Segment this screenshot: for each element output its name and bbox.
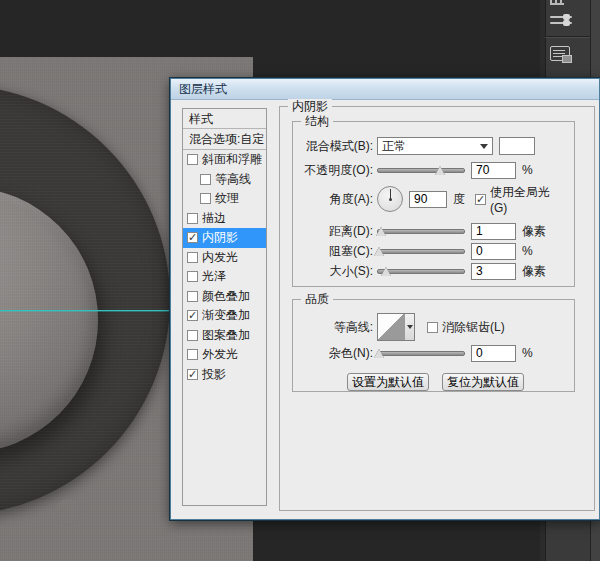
distance-label: 距离(D): — [293, 223, 373, 240]
choke-slider[interactable] — [377, 249, 465, 254]
opacity-slider[interactable] — [377, 168, 465, 173]
angle-unit: 度 — [453, 191, 465, 208]
opacity-label: 不透明度(O): — [293, 162, 373, 179]
styles-header: 样式 — [183, 109, 266, 129]
photoshop-workspace: 图层样式 样式 混合选项:自定 斜面和浮雕 等高线 纹理 描边 — [0, 0, 600, 561]
sidebar-item-outer-glow[interactable]: 外发光 — [183, 345, 266, 365]
size-slider-thumb[interactable] — [381, 267, 391, 276]
sidebar-item-label: 斜面和浮雕 — [202, 151, 262, 168]
blend-mode-select[interactable]: 正常 — [377, 137, 493, 155]
drop-shadow-checkbox[interactable] — [187, 369, 198, 380]
bevel-emboss-checkbox[interactable] — [187, 154, 198, 165]
sidebar-item-label: 光泽 — [202, 268, 226, 285]
sidebar-item-label: 外发光 — [202, 346, 238, 363]
angle-dial[interactable] — [377, 186, 403, 212]
set-default-button[interactable]: 设置为默认值 — [347, 373, 429, 391]
sidebar-item-blending-options[interactable]: 混合选项:自定 — [183, 129, 266, 150]
contour-dropdown-arrow[interactable] — [404, 314, 414, 340]
sidebar-item-label: 颜色叠加 — [202, 288, 250, 305]
contour-thumbnail — [378, 314, 404, 340]
sidebar-item-label: 描边 — [202, 210, 226, 227]
global-light-checkbox[interactable] — [475, 194, 486, 205]
size-unit: 像素 — [522, 263, 546, 280]
brush-presets-icon[interactable] — [550, 12, 576, 28]
distance-unit: 像素 — [522, 223, 546, 240]
opacity-slider-thumb[interactable] — [435, 166, 445, 175]
contour-checkbox[interactable] — [200, 174, 211, 185]
distance-slider[interactable] — [377, 229, 465, 234]
opacity-input[interactable] — [471, 162, 516, 179]
sidebar-item-inner-shadow[interactable]: 内阴影 — [183, 228, 266, 248]
dialog-title: 图层样式 — [179, 81, 227, 98]
noise-label: 杂色(N): — [293, 345, 373, 362]
contour-label: 等高线: — [293, 319, 373, 336]
choke-unit: % — [522, 244, 533, 258]
gradient-overlay-checkbox[interactable] — [187, 310, 198, 321]
choke-label: 阻塞(C): — [293, 243, 373, 260]
size-slider[interactable] — [377, 269, 465, 274]
noise-unit: % — [522, 346, 533, 360]
antialias-checkbox[interactable] — [427, 322, 438, 333]
stroke-checkbox[interactable] — [187, 213, 198, 224]
sidebar-item-gradient-overlay[interactable]: 渐变叠加 — [183, 306, 266, 326]
sidebar-item-inner-glow[interactable]: 内发光 — [183, 248, 266, 268]
inner-shadow-panel: 内阴影 结构 混合模式(B): 正常 不透明度(O): — [279, 106, 595, 511]
sidebar-item-pattern-overlay[interactable]: 图案叠加 — [183, 326, 266, 346]
sidebar-item-label: 内发光 — [202, 249, 238, 266]
inner-shadow-checkbox[interactable] — [187, 232, 198, 243]
inner-glow-checkbox[interactable] — [187, 252, 198, 263]
sidebar-item-label: 纹理 — [215, 190, 239, 207]
grid-panel-icon[interactable] — [550, 0, 576, 5]
panel-title: 内阴影 — [288, 99, 332, 113]
sidebar-item-stroke[interactable]: 描边 — [183, 209, 266, 229]
blend-mode-value: 正常 — [382, 139, 406, 154]
sidebar-item-satin[interactable]: 光泽 — [183, 267, 266, 287]
clone-source-panel-icon[interactable] — [550, 46, 576, 61]
antialias-label: 消除锯齿(L) — [442, 319, 505, 336]
reset-default-button[interactable]: 复位为默认值 — [442, 373, 524, 391]
knob-notch-artwork — [55, 499, 81, 525]
blend-mode-label: 混合模式(B): — [293, 138, 373, 155]
distance-slider-thumb[interactable] — [376, 227, 386, 236]
angle-label: 角度(A): — [293, 191, 373, 208]
sidebar-item-color-overlay[interactable]: 颜色叠加 — [183, 287, 266, 307]
opacity-unit: % — [522, 163, 533, 177]
sidebar-item-label: 图案叠加 — [202, 327, 250, 344]
quality-group-title: 品质 — [301, 292, 333, 306]
layer-style-dialog: 图层样式 样式 混合选项:自定 斜面和浮雕 等高线 纹理 描边 — [170, 78, 600, 520]
structure-group-title: 结构 — [301, 114, 333, 128]
sidebar-item-label: 渐变叠加 — [202, 307, 250, 324]
structure-group: 结构 混合模式(B): 正常 不透明度(O): % — [292, 121, 575, 287]
chevron-down-icon — [480, 144, 488, 149]
styles-sidebar: 样式 混合选项:自定 斜面和浮雕 等高线 纹理 描边 内阴影 — [182, 108, 267, 506]
sidebar-item-label: 投影 — [202, 366, 226, 383]
sidebar-item-texture[interactable]: 纹理 — [183, 189, 266, 209]
texture-checkbox[interactable] — [200, 193, 211, 204]
noise-slider[interactable] — [377, 351, 465, 356]
size-label: 大小(S): — [293, 263, 373, 280]
choke-input[interactable] — [471, 243, 516, 260]
dock-separator — [545, 36, 590, 37]
shadow-color-swatch[interactable] — [499, 137, 535, 155]
sidebar-item-label: 内阴影 — [202, 229, 238, 246]
distance-input[interactable] — [471, 223, 516, 240]
global-light-label: 使用全局光(G) — [490, 184, 566, 215]
dialog-title-bar[interactable]: 图层样式 — [171, 79, 599, 100]
angle-input[interactable] — [409, 191, 447, 208]
angle-dial-center — [389, 198, 392, 201]
sidebar-item-label: 等高线 — [215, 171, 251, 188]
contour-picker[interactable] — [377, 313, 415, 341]
noise-slider-thumb[interactable] — [374, 349, 384, 358]
outer-glow-checkbox[interactable] — [187, 349, 198, 360]
color-overlay-checkbox[interactable] — [187, 291, 198, 302]
noise-input[interactable] — [471, 345, 516, 362]
quality-group: 品质 等高线: 消除锯齿(L) 杂色(N): % — [292, 299, 575, 392]
size-input[interactable] — [471, 263, 516, 280]
satin-checkbox[interactable] — [187, 271, 198, 282]
sidebar-item-bevel-emboss[interactable]: 斜面和浮雕 — [183, 150, 266, 170]
choke-slider-thumb[interactable] — [374, 247, 384, 256]
pattern-overlay-checkbox[interactable] — [187, 330, 198, 341]
sidebar-item-drop-shadow[interactable]: 投影 — [183, 365, 266, 385]
sidebar-item-contour[interactable]: 等高线 — [183, 170, 266, 190]
